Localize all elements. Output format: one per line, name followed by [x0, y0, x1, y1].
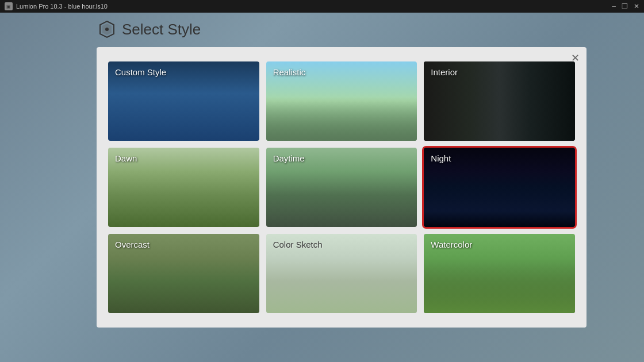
- style-label-custom-style: Custom Style: [115, 67, 166, 77]
- titlebar-controls: – ❐ ✕: [612, 3, 639, 10]
- titlebar: ▣ Lumion Pro 10.3 - blue hour.ls10 – ❐ ✕: [0, 0, 644, 13]
- style-card-dawn[interactable]: Dawn: [108, 148, 259, 227]
- minimize-button[interactable]: –: [612, 3, 616, 10]
- app-icon: ▣: [5, 2, 13, 10]
- style-label-realistic: Realistic: [273, 67, 306, 77]
- style-label-dawn: Dawn: [115, 153, 137, 163]
- style-label-overcast: Overcast: [115, 240, 150, 249]
- titlebar-left: ▣ Lumion Pro 10.3 - blue hour.ls10: [5, 2, 108, 10]
- style-label-daytime: Daytime: [273, 153, 305, 163]
- style-card-night[interactable]: Night: [424, 148, 575, 227]
- style-card-overcast[interactable]: Overcast: [108, 234, 259, 313]
- style-dialog: ✕ Custom Style Realistic Interior Dawn D…: [97, 47, 586, 328]
- close-button[interactable]: ✕: [634, 3, 639, 10]
- watercolor-grass: [424, 265, 575, 313]
- svg-point-0: [105, 28, 109, 31]
- style-card-realistic[interactable]: Realistic: [266, 61, 417, 141]
- titlebar-title: Lumion Pro 10.3 - blue hour.ls10: [16, 3, 108, 10]
- restore-button[interactable]: ❐: [622, 3, 628, 10]
- style-card-watercolor[interactable]: Watercolor: [424, 234, 575, 313]
- select-style-icon: [98, 20, 116, 38]
- style-card-custom-style[interactable]: Custom Style: [108, 61, 259, 141]
- style-label-interior: Interior: [431, 67, 458, 77]
- style-card-interior[interactable]: Interior: [424, 61, 575, 141]
- page-header: Select Style: [98, 20, 201, 38]
- style-label-watercolor: Watercolor: [431, 240, 472, 249]
- style-grid: Custom Style Realistic Interior Dawn Day…: [108, 61, 575, 313]
- style-card-daytime[interactable]: Daytime: [266, 148, 417, 227]
- style-label-night: Night: [431, 153, 451, 163]
- style-card-color-sketch[interactable]: Color Sketch: [266, 234, 417, 313]
- page-title: Select Style: [122, 21, 201, 38]
- style-label-color-sketch: Color Sketch: [273, 240, 323, 249]
